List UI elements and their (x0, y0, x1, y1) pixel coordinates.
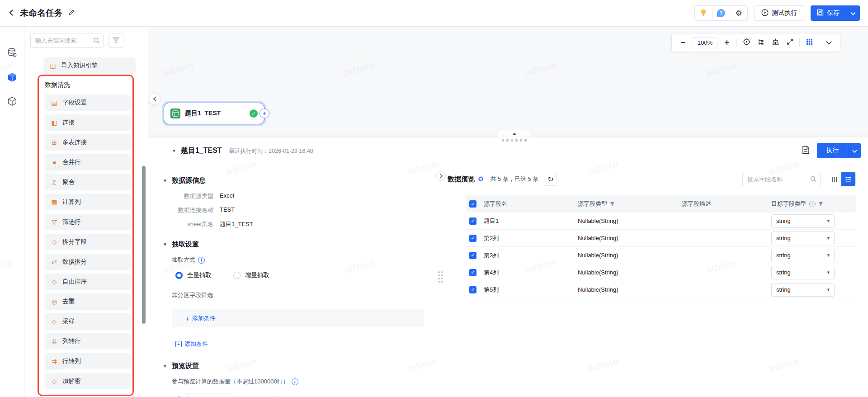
sidebar-item[interactable]: ⇄ 数据拆分 (45, 254, 131, 270)
fullscreen-button[interactable] (785, 38, 795, 47)
sidebar-item[interactable]: Σ 聚合 (45, 174, 131, 190)
save-icon (817, 9, 824, 17)
target-type-select[interactable]: string ▾ (771, 283, 835, 297)
rail-model-button[interactable] (5, 95, 19, 109)
divider (819, 38, 819, 47)
radio-full-extract[interactable] (175, 272, 183, 279)
col-source-field-name: 源字段名 (484, 200, 578, 208)
source-field-type: Nullable(String) (578, 269, 682, 276)
sidebar-item[interactable]: ▦ 计算列 (45, 194, 131, 210)
back-button[interactable] (8, 9, 14, 17)
row-limit-input[interactable] (187, 393, 232, 397)
funnel-filter-icon[interactable] (818, 202, 823, 207)
col-target-field-type: 目标字段类型 (771, 200, 807, 208)
sidebar-item[interactable]: ◧ 连接 (45, 114, 131, 131)
row-checkbox[interactable]: ✓ (469, 286, 476, 293)
config-collapse-button[interactable] (436, 171, 446, 180)
detail-header-actions: 执行 (802, 143, 861, 158)
grid-view-button[interactable] (804, 38, 814, 47)
zoom-in-button[interactable] (722, 38, 732, 47)
sidebar-item-import-knowledge[interactable]: ◫ 导入知识引擎 (43, 57, 136, 74)
sidebar-item[interactable]: ⇊ 列转行 (45, 333, 131, 350)
locate-button[interactable] (741, 38, 751, 47)
sidebar-item[interactable]: ⊞ 多表连接 (45, 134, 131, 151)
sidebar-item[interactable]: ◎ 去重 (45, 293, 131, 310)
sidebar-item[interactable]: ◇ 采样 (45, 313, 131, 330)
settings-button[interactable]: ⚙ (730, 6, 747, 20)
split-field-icon: ◇ (50, 238, 58, 246)
excel-node-icon (170, 109, 180, 118)
funnel-filter-icon[interactable] (610, 202, 615, 207)
filter-button[interactable] (108, 33, 123, 48)
flow-node-excel[interactable]: 题目1_TEST ✓ + (164, 103, 264, 124)
run-button[interactable]: 执行 (817, 147, 848, 155)
add-condition-button-2[interactable]: + 添加条件 (175, 340, 208, 348)
test-run-button[interactable]: 测试执行 (754, 5, 804, 21)
field-search-input[interactable] (742, 172, 821, 186)
select-all-checkbox[interactable]: ✓ (469, 200, 476, 208)
sidebar-item[interactable]: ⇉ 行转列 (45, 353, 131, 369)
chevron-down-icon: ▾ (827, 218, 830, 224)
sidebar-item[interactable]: ◇ 加解密 (45, 373, 131, 389)
sidebar-item[interactable]: ≡ 合并行 (45, 154, 131, 170)
radio-incremental-extract[interactable] (233, 272, 241, 279)
bottom-panel-expand-tab[interactable] (498, 130, 531, 137)
row-checkbox[interactable]: ✓ (469, 217, 476, 225)
sidebar-item-label: 连接 (62, 118, 75, 127)
sidebar-item[interactable]: ▩ 替换缺失值 (45, 393, 131, 396)
sidebar-item[interactable]: ◇ 自由排序 (45, 274, 131, 290)
save-button[interactable]: 保存 (811, 9, 846, 17)
info-icon[interactable]: i (292, 378, 298, 385)
row-checkbox[interactable]: ✓ (469, 235, 476, 242)
collapse-triangle-icon[interactable]: ▼ (172, 148, 176, 153)
sidebar-item[interactable]: ▽ 筛选行 (45, 214, 131, 230)
zoom-out-button[interactable] (678, 38, 688, 47)
run-split-button: 执行 (817, 143, 861, 158)
target-type-select[interactable]: string ▾ (771, 249, 835, 262)
scrollbar-thumb[interactable] (142, 166, 146, 324)
sidebar-item[interactable]: ▤ 字段设置 (45, 95, 131, 111)
table-header-row: ✓ 源字段名 源字段类型 源字段描述 目标字段类型 ? (466, 195, 856, 213)
save-dropdown-button[interactable] (846, 5, 860, 21)
pane-resize-handle[interactable] (438, 271, 443, 283)
add-condition-button[interactable]: + 添加条件 (185, 314, 216, 322)
preview-settings-gear-icon[interactable]: ⚙ (478, 175, 484, 183)
target-type-select[interactable]: string ▾ (771, 266, 835, 279)
panel-collapse-button[interactable] (149, 93, 160, 105)
preview-table: ✓ 源字段名 源字段类型 源字段描述 目标字段类型 ? (466, 195, 856, 298)
rail-data-source-button[interactable] (5, 46, 19, 60)
help-circle-icon[interactable]: ? (809, 201, 816, 207)
flow-canvas[interactable]: 100% (148, 27, 868, 137)
column-view-button[interactable] (827, 172, 841, 186)
log-button[interactable] (802, 146, 810, 156)
clear-canvas-button[interactable] (770, 38, 780, 47)
tips-button[interactable] (695, 6, 712, 20)
detail-title: 题目1_TEST (181, 146, 222, 156)
kv-row: 数据连接名称 TEST (172, 206, 424, 214)
info-icon[interactable]: i (198, 257, 205, 264)
refresh-button[interactable]: ↻ (544, 173, 557, 186)
lightbulb-icon (700, 9, 707, 18)
row-checkbox[interactable]: ✓ (469, 252, 476, 259)
help-button[interactable]: ? (712, 6, 730, 20)
run-dropdown-button[interactable] (848, 143, 861, 158)
sidebar-item[interactable]: ◇ 拆分字段 (45, 234, 131, 250)
target-type-select[interactable]: string ▾ (771, 232, 835, 245)
collapse-triangle-icon[interactable]: ▼ (163, 364, 167, 369)
rename-button[interactable] (68, 9, 75, 17)
source-field-name: 第5列 (484, 286, 578, 294)
auto-layout-button[interactable] (756, 38, 766, 47)
target-type-select[interactable]: string ▾ (771, 214, 835, 228)
field-settings-icon: ▤ (50, 99, 58, 106)
row-checkbox[interactable]: ✓ (469, 269, 476, 276)
search-input[interactable] (30, 33, 104, 48)
add-node-button[interactable]: + (259, 109, 269, 118)
sidebar-item-label: 加解密 (62, 377, 81, 385)
collapse-triangle-icon[interactable]: ▼ (163, 242, 167, 247)
collapse-triangle-icon[interactable]: ▼ (163, 178, 167, 183)
encrypt-icon: ◇ (50, 378, 58, 385)
toolbar-collapse-button[interactable] (824, 38, 834, 47)
partition-filter-label: 非分区字段筛选 (172, 291, 424, 299)
rail-dataflow-button[interactable] (5, 71, 19, 85)
list-view-button[interactable] (841, 172, 855, 186)
